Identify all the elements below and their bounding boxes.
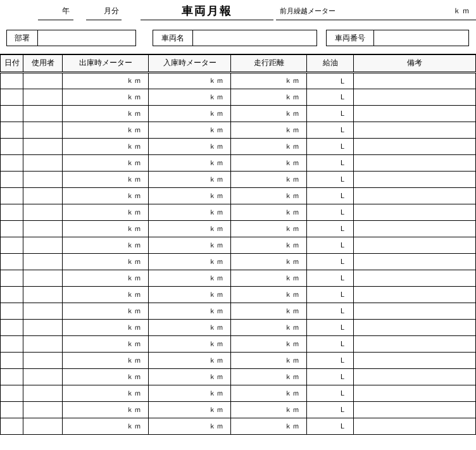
cell-note[interactable] [354,171,476,187]
cell-user[interactable] [23,220,63,237]
cell-user[interactable] [23,286,63,303]
cell-distance[interactable]: ｋｍ [231,368,307,385]
cell-note[interactable] [354,122,476,138]
cell-user[interactable] [23,418,63,434]
cell-fuel[interactable]: L [307,187,354,204]
cell-user[interactable] [23,138,63,154]
cell-fuel[interactable]: L [307,237,354,253]
cell-date[interactable] [1,138,23,154]
cell-distance[interactable]: ｋｍ [231,335,307,352]
cell-date[interactable] [1,171,23,187]
cell-user[interactable] [23,335,63,352]
dept-value[interactable] [38,30,136,46]
cell-distance[interactable]: ｋｍ [231,385,307,401]
cell-note[interactable] [354,89,476,105]
cell-fuel[interactable]: L [307,122,354,138]
cell-meter-in[interactable]: ｋｍ [149,253,231,270]
cell-date[interactable] [1,401,23,418]
cell-meter-out[interactable]: ｋｍ [63,237,149,253]
cell-user[interactable] [23,122,63,138]
cell-fuel[interactable]: L [307,352,354,368]
cell-meter-out[interactable]: ｋｍ [63,122,149,138]
cell-note[interactable] [354,303,476,319]
cell-fuel[interactable]: L [307,401,354,418]
cell-fuel[interactable]: L [307,286,354,303]
cell-user[interactable] [23,204,63,220]
cell-meter-out[interactable]: ｋｍ [63,401,149,418]
cell-user[interactable] [23,401,63,418]
cell-distance[interactable]: ｋｍ [231,220,307,237]
cell-note[interactable] [354,385,476,401]
cell-meter-out[interactable]: ｋｍ [63,138,149,154]
cell-date[interactable] [1,89,23,105]
cell-user[interactable] [23,352,63,368]
cell-meter-out[interactable]: ｋｍ [63,385,149,401]
cell-note[interactable] [354,220,476,237]
cell-date[interactable] [1,270,23,286]
cell-date[interactable] [1,105,23,122]
cell-fuel[interactable]: L [307,138,354,154]
cell-meter-out[interactable]: ｋｍ [63,105,149,122]
cell-fuel[interactable]: L [307,385,354,401]
cell-date[interactable] [1,154,23,171]
cell-fuel[interactable]: L [307,154,354,171]
cell-user[interactable] [23,270,63,286]
cell-meter-out[interactable]: ｋｍ [63,319,149,335]
cell-distance[interactable]: ｋｍ [231,286,307,303]
cell-distance[interactable]: ｋｍ [231,418,307,434]
cell-fuel[interactable]: L [307,105,354,122]
cell-meter-in[interactable]: ｋｍ [149,89,231,105]
cell-user[interactable] [23,187,63,204]
cell-meter-in[interactable]: ｋｍ [149,154,231,171]
vehicle-name-value[interactable] [193,30,317,46]
cell-meter-out[interactable]: ｋｍ [63,352,149,368]
cell-meter-out[interactable]: ｋｍ [63,335,149,352]
cell-note[interactable] [354,335,476,352]
cell-distance[interactable]: ｋｍ [231,237,307,253]
cell-meter-out[interactable]: ｋｍ [63,418,149,434]
cell-user[interactable] [23,368,63,385]
cell-meter-out[interactable]: ｋｍ [63,220,149,237]
cell-user[interactable] [23,319,63,335]
cell-note[interactable] [354,204,476,220]
cell-fuel[interactable]: L [307,89,354,105]
cell-distance[interactable]: ｋｍ [231,72,307,89]
cell-distance[interactable]: ｋｍ [231,253,307,270]
cell-meter-out[interactable]: ｋｍ [63,270,149,286]
cell-meter-in[interactable]: ｋｍ [149,204,231,220]
cell-distance[interactable]: ｋｍ [231,204,307,220]
cell-note[interactable] [354,319,476,335]
cell-fuel[interactable]: L [307,368,354,385]
cell-user[interactable] [23,237,63,253]
cell-date[interactable] [1,418,23,434]
cell-meter-in[interactable]: ｋｍ [149,220,231,237]
cell-user[interactable] [23,154,63,171]
cell-distance[interactable]: ｋｍ [231,352,307,368]
cell-fuel[interactable]: L [307,204,354,220]
cell-meter-out[interactable]: ｋｍ [63,187,149,204]
cell-meter-in[interactable]: ｋｍ [149,401,231,418]
cell-fuel[interactable]: L [307,220,354,237]
cell-date[interactable] [1,237,23,253]
cell-distance[interactable]: ｋｍ [231,303,307,319]
cell-meter-in[interactable]: ｋｍ [149,72,231,89]
cell-date[interactable] [1,220,23,237]
cell-meter-in[interactable]: ｋｍ [149,286,231,303]
cell-distance[interactable]: ｋｍ [231,187,307,204]
cell-note[interactable] [354,418,476,434]
cell-meter-in[interactable]: ｋｍ [149,122,231,138]
cell-date[interactable] [1,122,23,138]
cell-meter-in[interactable]: ｋｍ [149,270,231,286]
cell-meter-out[interactable]: ｋｍ [63,89,149,105]
cell-user[interactable] [23,303,63,319]
cell-meter-in[interactable]: ｋｍ [149,237,231,253]
cell-meter-in[interactable]: ｋｍ [149,187,231,204]
cell-distance[interactable]: ｋｍ [231,401,307,418]
cell-user[interactable] [23,105,63,122]
cell-fuel[interactable]: L [307,418,354,434]
cell-note[interactable] [354,286,476,303]
cell-fuel[interactable]: L [307,270,354,286]
cell-meter-out[interactable]: ｋｍ [63,286,149,303]
cell-note[interactable] [354,368,476,385]
cell-note[interactable] [354,237,476,253]
